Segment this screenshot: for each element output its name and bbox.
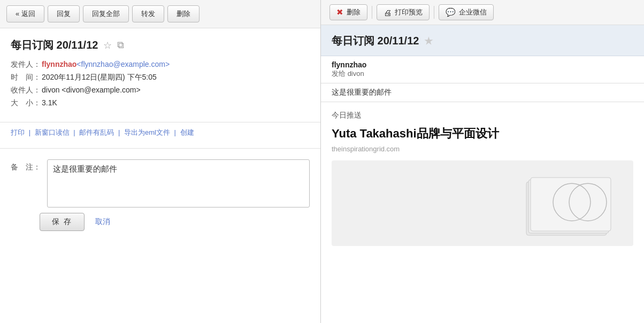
divider (0, 122, 320, 122)
right-panel: ✖ 删除 🖨 打印预览 💬 企业微信 每日订阅 20/11/12 ★ flynn… (321, 0, 644, 323)
time-label: 时 间： (11, 73, 42, 82)
sep3: | (118, 128, 120, 136)
new-window-link[interactable]: 新窗口读信 (35, 128, 70, 136)
cancel-button[interactable]: 取消 (91, 213, 114, 230)
sep1: | (29, 128, 30, 136)
right-to-value: divon (348, 70, 364, 78)
wechat-icon: 💬 (446, 7, 456, 17)
svg-rect-2 (531, 178, 611, 231)
recipient-label: 收件人： (11, 86, 42, 95)
right-subject-row: 每日订阅 20/11/12 ★ (332, 34, 633, 48)
print-preview-button[interactable]: 🖨 打印预览 (377, 4, 430, 20)
featured-url: theinspirationgrid.com (332, 145, 633, 153)
size-label: 大 小： (11, 98, 42, 108)
encoding-link[interactable]: 邮件有乱码 (79, 128, 114, 136)
size-row: 大 小： 3.1K (11, 98, 310, 108)
right-sender-name: flynnzhao (332, 60, 633, 69)
create-link[interactable]: 创建 (180, 128, 194, 136)
recipient-row: 收件人： divon <divon@example.com> (11, 86, 310, 95)
right-delete-label: 删除 (347, 7, 361, 17)
sender-name: flynnzhao (42, 60, 76, 68)
sender-label: 发件人： (11, 60, 42, 70)
right-content: 今日推送 Yuta Takahashi品牌与平面设计 theinspiratio… (321, 102, 644, 323)
print-preview-label: 打印预览 (395, 7, 423, 17)
reply-all-button[interactable]: 回复全部 (83, 5, 129, 22)
print-link[interactable]: 打印 (11, 128, 25, 136)
notes-textarea[interactable]: 这是很重要的邮件 (47, 159, 310, 207)
left-toolbar: « 返回 回复 回复全部 转发 删除 (0, 0, 320, 28)
right-email-header: 每日订阅 20/11/12 ★ (321, 25, 644, 56)
right-meta: flynnzhao 发给 divon (321, 56, 644, 83)
save-button[interactable]: 保 存 (40, 213, 85, 231)
right-note-value: 这是很重要的邮件 (332, 88, 392, 96)
right-toolbar: ✖ 删除 🖨 打印预览 💬 企业微信 (321, 0, 644, 25)
notes-section: 备 注： 这是很重要的邮件 (0, 154, 320, 213)
featured-title: Yuta Takahashi品牌与平面设计 (332, 126, 633, 142)
star-icon[interactable]: ☆ (103, 40, 112, 51)
wechat-label: 企业微信 (459, 7, 487, 17)
email-meta: 每日订阅 20/11/12 ☆ ⧉ 发件人： flynnzhao <flynnz… (0, 28, 320, 117)
delete-icon: ✖ (336, 7, 343, 17)
left-panel: « 返回 回复 回复全部 转发 删除 每日订阅 20/11/12 ☆ ⧉ 发件人… (0, 0, 321, 323)
brand-design-illustration (521, 166, 617, 241)
wechat-button[interactable]: 💬 企业微信 (439, 4, 494, 20)
today-label: 今日推送 (332, 111, 633, 120)
right-subject-text: 每日订阅 20/11/12 (332, 34, 419, 48)
sender-row: 发件人： flynnzhao <flynnzhao@example.com> (11, 60, 310, 70)
sep2: | (73, 128, 75, 136)
right-delete-button[interactable]: ✖ 删除 (329, 4, 367, 20)
reply-button[interactable]: 回复 (48, 5, 80, 22)
forward-button[interactable]: 转发 (132, 5, 164, 22)
back-button[interactable]: « 返回 (6, 5, 44, 22)
export-link[interactable]: 导出为eml文件 (124, 128, 170, 136)
right-to-row: 发给 divon (332, 69, 633, 79)
notes-buttons: 保 存 取消 (0, 213, 320, 236)
time-row: 时 间： 2020年11月12日(星期四) 下午5:05 (11, 73, 310, 82)
action-links: 打印 | 新窗口读信 | 邮件有乱码 | 导出为eml文件 | 创建 (0, 128, 320, 143)
recipient-value: divon <divon@example.com> (42, 86, 141, 94)
link-icon: ⧉ (117, 40, 124, 51)
time-value: 2020年11月12日(星期四) 下午5:05 (42, 73, 157, 82)
right-note-bar: 这是很重要的邮件 (321, 83, 644, 102)
delete-button[interactable]: 删除 (167, 5, 200, 22)
toolbar-sep2 (434, 6, 434, 19)
sender-email: <flynnzhao@example.com> (76, 60, 170, 68)
notes-label: 备 注： (11, 159, 41, 172)
email-subject: 每日订阅 20/11/12 (11, 38, 98, 52)
toolbar-sep1 (372, 6, 372, 19)
right-star-icon[interactable]: ★ (424, 35, 433, 47)
size-value: 3.1K (42, 98, 57, 107)
featured-image-area (332, 160, 633, 246)
divider2 (0, 148, 320, 149)
right-to-label: 发给 (332, 70, 346, 78)
sep4: | (174, 128, 176, 136)
subject-row: 每日订阅 20/11/12 ☆ ⧉ (11, 38, 310, 52)
print-icon: 🖨 (384, 8, 392, 17)
